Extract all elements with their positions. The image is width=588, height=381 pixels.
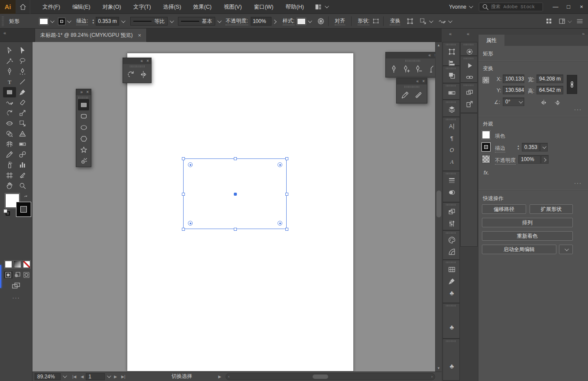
style-swatch[interactable] bbox=[297, 18, 306, 25]
panel-dock-toggle[interactable] bbox=[558, 17, 571, 25]
workspace-switcher[interactable] bbox=[314, 3, 328, 11]
opacity-more-button[interactable] bbox=[541, 155, 549, 164]
panel-group-grip[interactable] bbox=[464, 44, 474, 45]
artboard-dropdown[interactable] bbox=[105, 372, 112, 381]
line-segment-tool[interactable] bbox=[16, 77, 29, 87]
panel-group-grip[interactable] bbox=[446, 305, 456, 307]
selected-rectangle-object[interactable] bbox=[183, 158, 287, 229]
opacity-swatch[interactable] bbox=[482, 155, 490, 163]
gradient-button[interactable] bbox=[14, 261, 21, 268]
fill-color-swatch[interactable] bbox=[39, 18, 48, 25]
menu-item[interactable]: 文件(F) bbox=[36, 0, 66, 14]
selection-handle[interactable] bbox=[234, 228, 237, 231]
stroke-swatch[interactable] bbox=[482, 143, 490, 151]
fx-button[interactable]: fx. bbox=[484, 170, 489, 176]
maximize-button[interactable]: □ bbox=[562, 1, 575, 13]
free-transform-tool[interactable] bbox=[16, 118, 29, 129]
panel-grip[interactable] bbox=[404, 86, 419, 88]
flip-vertical-icon[interactable] bbox=[554, 99, 562, 107]
menu-item[interactable]: 编辑(E) bbox=[66, 0, 97, 14]
quick-action-4-button[interactable]: 重新着色 bbox=[482, 231, 573, 241]
close-icon[interactable]: × bbox=[422, 79, 425, 84]
minimize-button[interactable]: — bbox=[549, 1, 562, 13]
type-tool[interactable]: T bbox=[3, 77, 16, 87]
toolbar-more-icon[interactable]: ··· bbox=[0, 295, 32, 301]
shape-label[interactable]: 形状: bbox=[358, 17, 369, 25]
actions-panel[interactable] bbox=[461, 60, 478, 72]
width-tool[interactable] bbox=[3, 118, 16, 129]
transform-panel[interactable] bbox=[443, 46, 460, 58]
opacity-panel-button[interactable] bbox=[271, 17, 278, 26]
paragraph-panel[interactable]: ¶ bbox=[443, 133, 460, 145]
opacity-field[interactable]: 100% bbox=[251, 17, 271, 26]
quick-action-3-button[interactable]: 排列 bbox=[482, 218, 573, 227]
canvas-viewport[interactable]: «× »× «× «× ▲ ▼ bbox=[32, 42, 442, 371]
draw-inside-mode-button[interactable] bbox=[22, 271, 31, 278]
style-libraries-panel[interactable] bbox=[443, 207, 460, 218]
stroke-color-dropdown[interactable] bbox=[65, 17, 72, 26]
x-value-field[interactable]: 100.133 bbox=[503, 74, 524, 83]
add-anchor-point-tool[interactable] bbox=[401, 63, 412, 74]
user-account-button[interactable]: Yvonne bbox=[449, 4, 466, 10]
star-tool[interactable] bbox=[78, 144, 89, 155]
controlbar-grip[interactable] bbox=[2, 16, 4, 26]
slice-tool[interactable] bbox=[16, 170, 29, 181]
dock-icon[interactable]: « bbox=[417, 79, 419, 84]
magic-wand-tool[interactable] bbox=[3, 56, 16, 66]
default-fill-stroke-icon[interactable] bbox=[3, 209, 10, 216]
shape-options-icon[interactable] bbox=[372, 17, 380, 25]
rotate-panel-header[interactable]: «× bbox=[123, 58, 151, 64]
shape-builder-tool[interactable] bbox=[3, 129, 16, 139]
selection-handle[interactable] bbox=[285, 193, 288, 196]
panel-group-grip[interactable] bbox=[446, 340, 456, 342]
direct-selection-tool[interactable] bbox=[3, 45, 16, 56]
artboard-tool[interactable] bbox=[3, 170, 16, 181]
zoom-level-field[interactable]: 89.24% bbox=[35, 373, 61, 380]
stroke-panel[interactable] bbox=[443, 175, 460, 187]
opacity-value-field[interactable]: 100% bbox=[518, 155, 541, 164]
panel-group-grip[interactable] bbox=[446, 119, 456, 120]
toolbar-collapse-icon[interactable]: « bbox=[3, 30, 6, 36]
selection-handle[interactable] bbox=[182, 228, 185, 231]
stroke-panel-link[interactable]: 描边 bbox=[495, 145, 505, 152]
selection-handle[interactable] bbox=[285, 228, 288, 231]
symbol-sprayer-tool[interactable] bbox=[3, 160, 16, 170]
asset-export-panel[interactable] bbox=[461, 99, 478, 110]
stroke-color-swatch[interactable] bbox=[58, 18, 65, 25]
isolate-dropdown[interactable] bbox=[446, 17, 453, 26]
eyedropper-panel-header[interactable]: «× bbox=[397, 78, 427, 84]
panel-group-grip[interactable] bbox=[446, 204, 456, 206]
delete-anchor-point-tool[interactable] bbox=[413, 63, 424, 74]
horizontal-scrollbar[interactable]: ‹ › bbox=[226, 373, 435, 380]
dock-collapse-icon[interactable]: « bbox=[449, 31, 452, 36]
mesh-tool[interactable] bbox=[3, 139, 16, 149]
stroke-weight-dropdown[interactable] bbox=[119, 17, 126, 26]
height-value-field[interactable]: 64.542 m bbox=[536, 86, 563, 94]
layers-panel[interactable] bbox=[443, 104, 460, 116]
width-profile-dropdown[interactable]: 等比 bbox=[130, 17, 168, 26]
fill-swatch[interactable] bbox=[482, 131, 490, 139]
pathfinder-panel[interactable] bbox=[443, 70, 460, 82]
stroke-weight-field[interactable]: 0.353 bbox=[522, 143, 540, 152]
stroke-weight-label[interactable]: 描边: bbox=[76, 17, 88, 25]
rectangle-tool[interactable] bbox=[3, 87, 16, 97]
transform-label[interactable]: 变换 bbox=[390, 17, 400, 25]
tab-properties[interactable]: 属性 bbox=[478, 35, 504, 46]
perspective-grid-tool[interactable] bbox=[16, 129, 29, 139]
eraser-tool[interactable] bbox=[16, 97, 29, 108]
swap-fill-stroke-icon[interactable] bbox=[23, 194, 29, 202]
align-label[interactable]: 对齐 bbox=[335, 17, 345, 25]
adobe-stock-search-input[interactable]: 搜索 Adobe Stock bbox=[479, 3, 543, 11]
selection-handle[interactable] bbox=[285, 157, 288, 160]
y-value-field[interactable]: 130.584 bbox=[503, 86, 524, 94]
pen-tool[interactable] bbox=[3, 66, 16, 77]
brush-definition-dropdown[interactable]: 基本 bbox=[178, 17, 215, 26]
links-panel[interactable] bbox=[461, 72, 478, 84]
artboards-panel[interactable] bbox=[461, 87, 478, 99]
glyphs-panel[interactable]: A bbox=[443, 156, 460, 168]
pen-panel-header[interactable]: «× bbox=[386, 52, 439, 58]
horizontal-scroll-thumb[interactable] bbox=[313, 375, 328, 379]
panel-group-grip[interactable] bbox=[464, 58, 474, 59]
panel-grip[interactable] bbox=[78, 97, 89, 99]
stroke-weight-stepper[interactable]: ▴▾ bbox=[90, 17, 96, 26]
